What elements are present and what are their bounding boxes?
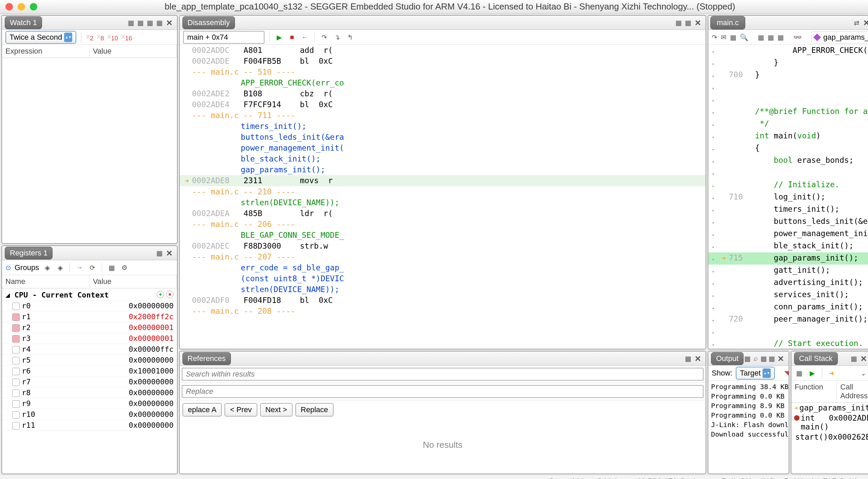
stop-icon[interactable]: ■ — [287, 33, 297, 42]
watch-col-expr[interactable]: Expression — [2, 45, 90, 58]
tb-icon-5[interactable]: ▦ — [758, 33, 764, 42]
disasm-close-icon[interactable]: × — [693, 17, 703, 28]
nav-prev-icon[interactable]: ◥ — [784, 368, 789, 378]
editor-line[interactable]: ▸ */ — [708, 118, 868, 130]
editor-close-icon[interactable]: × — [861, 17, 868, 28]
disasm-line[interactable]: 0002ADEC F88D3000 strb.w — [180, 241, 706, 251]
groups-label[interactable]: Groups — [15, 263, 39, 272]
chip2-icon[interactable]: ◈ — [55, 263, 65, 272]
watch-ic1[interactable]: ▦ — [126, 18, 136, 27]
file-tab-main[interactable]: main.c — [710, 16, 745, 30]
editor-line[interactable]: ▸ — [708, 94, 868, 106]
editor-line[interactable]: ▸ 720 peer_manager_init(); — [708, 313, 868, 326]
watch-close-icon[interactable]: × — [164, 17, 174, 28]
editor-line[interactable]: ▸ — [708, 81, 868, 94]
cs-col-addr[interactable]: Call Address — [837, 381, 868, 402]
disasm-line[interactable]: 0002ADF0 F004FD18 bl 0xC — [180, 295, 706, 306]
out-ic2[interactable]: ⌕ — [752, 354, 760, 363]
disassembly-tab[interactable]: Disassembly — [182, 16, 235, 29]
disasm-source[interactable]: err_code = sd_ble_gap_ — [180, 262, 706, 273]
editor-line[interactable]: ▸ — [708, 326, 868, 338]
refs-replace-input[interactable] — [182, 385, 704, 398]
registers-tab[interactable]: Registers 1 — [5, 247, 53, 260]
watch-ic4[interactable]: ▦ — [155, 18, 164, 27]
registers-close-icon[interactable]: × — [164, 247, 174, 259]
callstack-row[interactable]: start()0x000262B2 — [791, 432, 868, 442]
register-row[interactable]: r110x00000000 — [2, 420, 177, 431]
disasm-source[interactable]: APP_ERROR_CHECK(err_co — [180, 77, 706, 88]
gear-icon[interactable]: ⚙ — [120, 263, 129, 272]
disasm-line[interactable]: 0002ADE4 F7FCF914 bl 0xC — [180, 99, 706, 110]
register-row[interactable]: r70x00000000 — [2, 377, 177, 387]
refresh-icon[interactable]: ⟳ — [87, 263, 97, 272]
editor-line[interactable]: ▸ ble_stack_init(); — [708, 240, 868, 252]
register-row[interactable]: r50x00000000 — [2, 355, 177, 366]
refs-ic[interactable]: ▦ — [683, 354, 693, 363]
replace-all-button[interactable]: eplace A — [182, 403, 222, 417]
editor-line[interactable]: ▸ /**@brief Function for application mai… — [708, 106, 868, 118]
watch-freq-select[interactable]: Twice a Second ▲▼ — [5, 31, 76, 44]
register-row[interactable]: r20x00000001 — [2, 322, 177, 333]
out-ic4[interactable]: ▦ — [768, 354, 776, 363]
disasm-location-input[interactable] — [183, 31, 264, 44]
editor-line[interactable]: ▸ — [708, 167, 868, 179]
run-icon[interactable]: ▶ — [274, 33, 284, 42]
disasm-line[interactable]: 0002ADEA 485B ldr r( — [180, 208, 706, 219]
disasm-source[interactable]: BLE_GAP_CONN_SEC_MODE_ — [180, 230, 706, 241]
watch-add-icon[interactable]: + — [157, 291, 164, 298]
register-row[interactable]: r90x00000000 — [2, 398, 177, 409]
x10-icon[interactable]: x10 — [107, 32, 118, 42]
editor-line[interactable]: ▸ power_management_init(); — [708, 228, 868, 240]
editor-line[interactable]: ▸ 710 log_init(); — [708, 191, 868, 204]
watch-ic2[interactable]: ▦ — [136, 18, 145, 27]
editor-line[interactable]: ▸ { — [708, 142, 868, 155]
disasm-source[interactable]: (const uint8_t *)DEVIC — [180, 273, 706, 284]
tb-icon-6[interactable]: ▦ — [768, 33, 774, 42]
tb-icon-4[interactable]: 🔍 — [740, 33, 748, 42]
zoom-window-button[interactable] — [30, 3, 37, 11]
goto-icon[interactable]: → — [75, 263, 84, 272]
tb-icon-3[interactable]: ▦ — [730, 33, 736, 42]
minimize-window-button[interactable] — [18, 3, 25, 11]
x16-icon[interactable]: x16 — [121, 32, 132, 42]
disasm-source[interactable]: buttons_leds_init(&era — [180, 132, 706, 142]
output-tab[interactable]: Output — [711, 352, 744, 365]
step-out-icon[interactable]: ↰ — [345, 33, 355, 42]
step-into-icon[interactable]: ↴ — [332, 33, 342, 42]
register-row[interactable]: r30x00000001 — [2, 333, 177, 344]
references-tab[interactable]: References — [182, 352, 231, 365]
reg-col-value[interactable]: Value — [90, 275, 177, 288]
disasm-source[interactable]: strlen(DEVICE_NAME)); — [180, 197, 706, 208]
callstack-tab[interactable]: Call Stack — [794, 352, 838, 365]
cs-col-func[interactable]: Function — [791, 381, 837, 402]
disasm-opt1-icon[interactable]: ▦ — [674, 18, 683, 27]
watch-body[interactable] — [2, 58, 177, 243]
register-row[interactable]: r60x10001000 — [2, 366, 177, 377]
register-row[interactable]: r00x00000000 — [2, 301, 177, 311]
disasm-source[interactable]: ble_stack_init(); — [180, 153, 706, 164]
expand-icon[interactable]: ⊙ — [5, 264, 11, 272]
tb-icon-1[interactable]: ↷ — [712, 33, 717, 42]
editor-line[interactable]: ▸ bool erase_bonds; — [708, 155, 868, 167]
function-selector[interactable]: gap_params_init() ▲▼ — [811, 31, 868, 43]
cs-ic1[interactable]: ▦ — [795, 368, 804, 378]
references-close-icon[interactable]: × — [693, 353, 703, 364]
chip-icon[interactable]: ◈ — [42, 263, 52, 272]
watch-ic3[interactable]: ▦ — [145, 18, 155, 27]
disasm-line[interactable]: 0002ADE2 B108 cbz r( — [180, 88, 706, 99]
tb-icon-7[interactable]: ▦ — [777, 33, 784, 42]
editor-line[interactable]: ▸ 700 } — [708, 69, 868, 81]
editor-line[interactable]: ▸ buttons_leds_init(&erase_bonds); — [708, 216, 868, 228]
editor-line[interactable]: ▸ // Initialize. — [708, 179, 868, 191]
editor-line[interactable]: ▸ // Start execution. — [708, 338, 868, 349]
editor-body[interactable]: ▸ APP_ERROR_CHECK(err_code);▸ }▸ 700 }▸ … — [708, 45, 868, 349]
editor-link-icon[interactable]: ⇄ — [852, 18, 861, 27]
x2-icon[interactable]: x2 — [86, 32, 93, 42]
callstack-close-icon[interactable]: × — [859, 353, 868, 364]
cs-cursor-icon[interactable]: ➜ — [827, 368, 836, 378]
output-close-icon[interactable]: × — [776, 353, 786, 364]
disasm-source[interactable]: strlen(DEVICE_NAME)); — [180, 284, 706, 295]
editor-line[interactable]: ▸ timers_init(); — [708, 204, 868, 216]
editor-line[interactable]: ▸ conn_params_init(); — [708, 301, 868, 313]
register-row[interactable]: r80x00000000 — [2, 387, 177, 398]
